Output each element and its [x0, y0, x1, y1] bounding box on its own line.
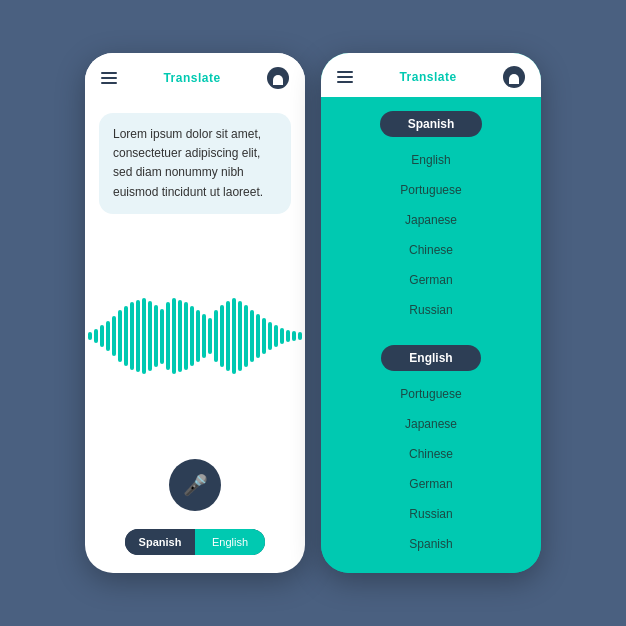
- phone-main: Translate Lorem ipsum dolor sit amet, co…: [85, 53, 305, 573]
- selector-hamburger-icon[interactable]: [337, 71, 353, 83]
- waveform-container: [85, 224, 305, 449]
- mic-button[interactable]: 🎤: [169, 459, 221, 511]
- mic-icon: 🎤: [183, 473, 208, 497]
- lang-item-japanese-2[interactable]: Japanese: [321, 409, 541, 439]
- wave-bar: [280, 328, 284, 344]
- lang-tab-english[interactable]: English: [195, 529, 265, 555]
- wave-bar: [184, 302, 188, 370]
- wave-bar: [172, 298, 176, 374]
- mic-button-area: 🎤: [85, 449, 305, 529]
- group-english-pill[interactable]: English: [381, 345, 480, 371]
- wave-bar: [202, 314, 206, 358]
- text-bubble: Lorem ipsum dolor sit amet, consectetuer…: [99, 113, 291, 214]
- group-spanish-pill[interactable]: Spanish: [380, 111, 483, 137]
- lang-item-russian-2[interactable]: Russian: [321, 499, 541, 529]
- wave-bar: [292, 331, 296, 341]
- group-english-header-area: English: [321, 337, 541, 379]
- wave-bar: [106, 321, 110, 351]
- wave-bar: [142, 298, 146, 374]
- wave-bar: [148, 301, 152, 371]
- lang-item-russian-1[interactable]: Russian: [321, 295, 541, 325]
- wave-bar: [232, 298, 236, 374]
- lang-item-portuguese-1[interactable]: Portuguese: [321, 175, 541, 205]
- lang-item-japanese-1[interactable]: Japanese: [321, 205, 541, 235]
- phone-selector: Translate Spanish English Portuguese Jap…: [321, 53, 541, 573]
- selector-content: Spanish English Portuguese Japanese Chin…: [321, 97, 541, 565]
- wave-bar: [124, 306, 128, 366]
- lang-item-chinese-2[interactable]: Chinese: [321, 439, 541, 469]
- wave-bar: [262, 318, 266, 354]
- hamburger-icon[interactable]: [101, 72, 117, 84]
- selector-header-title: Translate: [399, 70, 456, 84]
- group-english: English Portuguese Japanese Chinese Germ…: [321, 331, 541, 565]
- wave-bar: [118, 310, 122, 362]
- main-header-title: Translate: [163, 71, 220, 85]
- wave-bar: [286, 330, 290, 342]
- wave-bar: [94, 329, 98, 343]
- group-spanish: Spanish English Portuguese Japanese Chin…: [321, 97, 541, 331]
- wave-bar: [274, 325, 278, 347]
- selector-avatar-icon[interactable]: [503, 66, 525, 88]
- wave-bar: [196, 310, 200, 362]
- phones-container: Translate Lorem ipsum dolor sit amet, co…: [85, 53, 541, 573]
- wave-bar: [238, 301, 242, 371]
- wave-bar: [154, 305, 158, 367]
- wave-bar: [226, 301, 230, 371]
- language-toggle: Spanish English: [125, 529, 265, 555]
- wave-bar: [250, 310, 254, 362]
- lang-tab-spanish[interactable]: Spanish: [125, 529, 195, 555]
- lang-item-german-2[interactable]: German: [321, 469, 541, 499]
- wave-bar: [112, 316, 116, 356]
- wave-bar: [268, 322, 272, 350]
- wave-bar: [160, 309, 164, 364]
- wave-bar: [166, 302, 170, 370]
- lang-item-portuguese-2[interactable]: Portuguese: [321, 379, 541, 409]
- wave-bar: [214, 310, 218, 362]
- group-spanish-header-area: Spanish: [321, 103, 541, 145]
- wave-bar: [178, 300, 182, 372]
- wave-bar: [256, 314, 260, 358]
- wave-bar: [100, 325, 104, 347]
- lang-item-chinese-1[interactable]: Chinese: [321, 235, 541, 265]
- wave-bar: [190, 306, 194, 366]
- wave-bar: [136, 300, 140, 372]
- wave-bar: [130, 302, 134, 370]
- avatar-icon[interactable]: [267, 67, 289, 89]
- waveform: [88, 296, 302, 376]
- main-header: Translate: [85, 53, 305, 99]
- lang-item-german-1[interactable]: German: [321, 265, 541, 295]
- wave-bar: [244, 305, 248, 367]
- selector-header: Translate: [321, 53, 541, 97]
- lang-item-spanish-2[interactable]: Spanish: [321, 529, 541, 559]
- wave-bar: [208, 318, 212, 354]
- wave-bar: [220, 305, 224, 367]
- wave-bar: [298, 332, 302, 340]
- ok-button-area: OK: [321, 565, 541, 573]
- lang-item-english[interactable]: English: [321, 145, 541, 175]
- wave-bar: [88, 332, 92, 340]
